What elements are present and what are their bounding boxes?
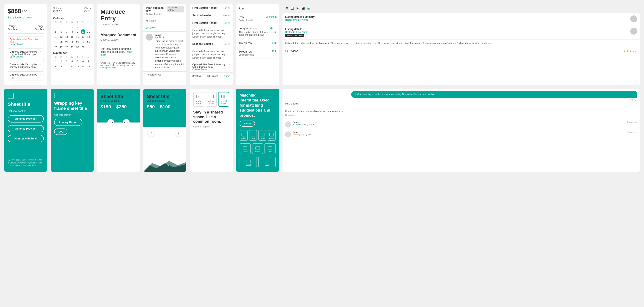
sheet-footer: By signing up, I agree to Airbnb's Terms… — [8, 159, 44, 167]
grid-icon — [302, 6, 305, 11]
reviews-row: 99 Reviews ★★★★★ — [282, 47, 640, 55]
marquee-doc: Marquee Document Optional caption — [97, 29, 140, 45]
section-alert-title: Optional title. Descriptive copy with ad… — [192, 63, 227, 68]
chat-list-item-2[interactable]: Name 8 hours ago Pending · Listing title — [282, 129, 640, 139]
alert-action-1[interactable]: Optional Action — [10, 43, 39, 45]
primary-button[interactable]: Primary Button — [54, 119, 82, 126]
chat-recv-2: I'll just leave the keys in a lock box a… — [282, 108, 640, 118]
tween1-edit[interactable]: Edit — [272, 41, 276, 44]
range2-value: Display — [34, 28, 44, 31]
first-section-plus-see-all[interactable]: See all — [223, 22, 230, 24]
nav-arrow-right-3[interactable] — [123, 119, 130, 126]
calendar-header: Saturday, Oct 10 Check Out — [53, 7, 91, 13]
section-alert-action[interactable]: Optional Action — [192, 68, 227, 71]
alert-row-2: Optional title. Descriptive copy with ad… — [8, 48, 44, 60]
marquee-doc-title: Marquee Document — [100, 33, 136, 37]
optional-provider-btn-1[interactable]: Optional Provider — [8, 115, 44, 122]
chat-time-1: 8 hours ago — [627, 121, 637, 123]
alert-error: Optional error title. Descriptive copy. — [10, 38, 39, 43]
micro-row: Micro row — [144, 18, 186, 24]
match-button[interactable]: Button — [240, 121, 255, 127]
svg-rect-17 — [223, 95, 224, 98]
room-option-private[interactable]: Private Room — [206, 92, 217, 107]
section-see-all[interactable]: See all — [223, 14, 230, 17]
ok-button[interactable]: OK — [54, 128, 68, 135]
room-option-entire[interactable]: Entire Place — [193, 92, 204, 107]
svg-rect-16 — [222, 95, 226, 98]
paragraph-two: Paragraph two — [144, 72, 186, 78]
alert-row-3: Optional title. Descriptive copy with ad… — [8, 61, 44, 70]
alert-title-3: Optional title. Descriptive copy with ad… — [10, 63, 39, 68]
link-row[interactable]: Link row — [144, 24, 186, 31]
suggest-subtitle: Optional subtitle — [146, 13, 184, 15]
svg-rect-6 — [302, 7, 303, 8]
plus-count[interactable]: +8 — [306, 7, 310, 10]
section-plus-see-all[interactable]: See all — [223, 43, 230, 45]
svg-rect-8 — [302, 8, 303, 9]
svg-rect-9 — [303, 8, 304, 9]
section-body-1: Optionally the quick brown fox jumped ov… — [190, 27, 233, 40]
chat-list-item-1[interactable]: Name 8 hours ago Accepted · Listing titl… — [282, 119, 640, 129]
chat-avatar-1 — [285, 121, 291, 127]
optional-provider-btn-2[interactable]: Optional Provider — [8, 125, 44, 132]
chat-sent-time: 1 day ago — [282, 98, 637, 101]
listing-details: Listing details Hosted by Host Name BUSI… — [282, 25, 640, 39]
long-input-row: Long input row Edit This text is editabl… — [236, 24, 279, 39]
price-panel: $888 USD See price breakdown Range Displ… — [4, 4, 47, 85]
section-alert-close[interactable]: ✕ — [228, 63, 230, 66]
nav-arrow-left-3[interactable] — [107, 119, 114, 126]
business-ready-badge: BUSINESS READY — [285, 34, 304, 37]
alert-close-1[interactable]: ✕ — [40, 38, 42, 41]
user-input-label[interactable]: User Input — [266, 15, 276, 18]
alert-close-2[interactable]: ✕ — [40, 50, 42, 53]
range2-label: Range — [34, 24, 44, 28]
svg-marker-11 — [144, 163, 186, 172]
price-amount: $888 — [8, 8, 21, 14]
room-option-shared[interactable]: Shared Room — [218, 92, 229, 107]
alert-row-1: Optional error title. Descriptive copy. … — [8, 36, 44, 47]
listing-summary-title: Listing details summary — [285, 15, 314, 18]
room-title: Stay in a shared space, like a common ro… — [193, 110, 229, 124]
text-row-link[interactable]: read more — [100, 50, 132, 56]
sheet-price2-bottom — [144, 127, 186, 172]
alert-close-3[interactable]: ✕ — [40, 63, 42, 66]
label-item-6: Label — [252, 143, 263, 154]
tween2-edit[interactable]: Edit — [272, 50, 276, 53]
month-october: October — [53, 16, 91, 20]
tween-row-2: Tween row Optional subtitle Edit — [236, 47, 279, 59]
price-breakdown-link[interactable]: See price breakdown — [8, 16, 32, 19]
first-section-see-all[interactable]: See all — [223, 7, 230, 9]
nav-arrow-right-4[interactable] — [175, 130, 182, 137]
section-footer: Brooklyn · Fort Greene About — [190, 72, 233, 79]
sheet-wrapping-panel: Wrapping key frame sheet title Optional … — [51, 89, 94, 172]
row-plus-label: Row + — [239, 15, 254, 19]
footer-brooklyn: Brooklyn — [192, 75, 202, 77]
svg-rect-13 — [198, 96, 199, 98]
marquee-doc-caption: Optional caption — [100, 38, 136, 41]
tween-rows-panel: Row Row + Optional subtitle User Input L… — [236, 4, 279, 85]
range1-value: Display — [8, 28, 17, 31]
section-plus-title: Section Header + — [192, 42, 214, 45]
long-input-label: Long input row — [239, 27, 257, 30]
alert-action-2[interactable]: Optional Action — [10, 55, 39, 58]
footer-about[interactable]: About — [224, 75, 230, 77]
avatar — [146, 34, 153, 40]
listing-panel-wrapper: +8 Listing details summary Hosted by Hos… — [282, 4, 640, 85]
avatar-date: Apr. 2016 — [154, 36, 184, 39]
unread-dot-1 — [313, 124, 314, 125]
alert-close-4[interactable]: ✕ — [40, 73, 42, 76]
chat-recv-time: 56 mins ago — [285, 114, 637, 116]
small-text-row: Small Text Row is used for sub-copy and … — [97, 59, 140, 71]
chat-recv-text-2: I'll just leave the keys in a lock box a… — [285, 110, 637, 113]
label-item-2: Label — [249, 130, 257, 141]
long-input-edit[interactable]: Edit — [268, 27, 273, 30]
section-header-plus: Section Header + See all — [190, 40, 233, 48]
signup-email-btn[interactable]: Sign Up with Email — [8, 135, 44, 142]
small-text-link[interactable]: One optional link — [100, 66, 116, 69]
row-plus-subtitle: Optional subtitle — [239, 19, 254, 21]
month-november: November — [53, 51, 91, 54]
match-title: Matching interstitial. Used for matching… — [240, 93, 276, 118]
listing-read-more[interactable]: read more — [482, 42, 493, 44]
nav-arrow-left-4[interactable] — [148, 130, 154, 137]
sheet-caption-1: Optional caption — [8, 110, 44, 113]
